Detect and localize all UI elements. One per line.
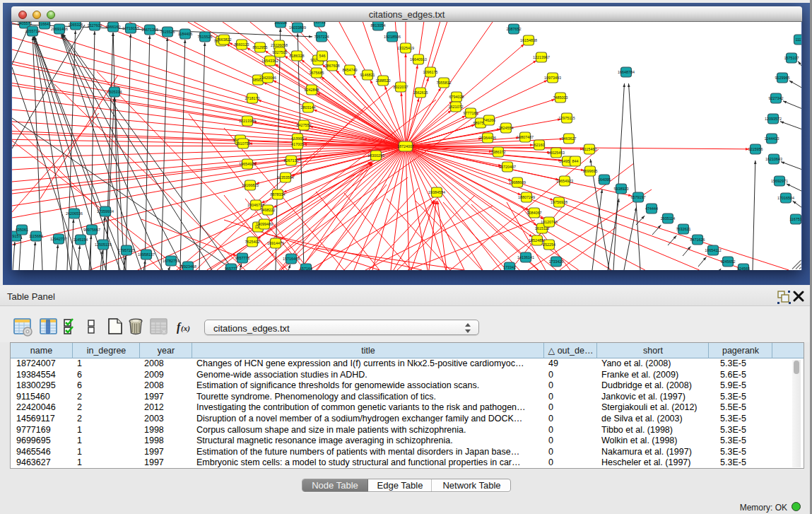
svg-text:116753: 116753 [789,217,801,221]
svg-text:9129965: 9129965 [775,76,790,80]
svg-text:7625402: 7625402 [245,240,260,244]
svg-text:(x): (x) [181,324,190,333]
svg-text:2803144: 2803144 [301,105,316,110]
svg-text:12975115: 12975115 [558,116,575,120]
svg-text:3215956: 3215956 [748,147,763,151]
svg-text:9115460: 9115460 [582,147,597,151]
svg-text:12505135: 12505135 [95,243,112,247]
svg-text:18300295: 18300295 [367,153,384,158]
svg-text:1244413: 1244413 [765,136,779,141]
svg-text:1588520: 1588520 [376,78,391,83]
svg-text:15716465: 15716465 [283,257,300,261]
svg-text:1117: 1117 [795,37,801,42]
svg-text:252254: 252254 [543,243,555,247]
svg-text:14136141: 14136141 [517,255,534,259]
svg-text:12213967: 12213967 [533,55,550,59]
svg-text:6966160: 6966160 [106,25,121,29]
svg-text:8878334: 8878334 [271,192,286,197]
svg-text:1733426: 1733426 [549,259,564,264]
svg-text:9657771: 9657771 [235,256,250,260]
svg-text:173342: 173342 [503,265,516,269]
svg-text:10120746: 10120746 [541,220,558,224]
svg-text:965777: 965777 [225,267,237,270]
svg-text:19218506: 19218506 [384,35,401,39]
svg-text:9227342: 9227342 [769,96,784,100]
svg-text:12213389: 12213389 [239,119,256,123]
svg-text:23420046: 23420046 [259,76,276,80]
svg-text:7485003: 7485003 [553,95,568,100]
svg-text:16543362: 16543362 [261,59,278,63]
svg-text:3824554: 3824554 [499,126,514,130]
svg-text:7632621: 7632621 [676,227,691,231]
svg-text:1115684: 1115684 [29,234,43,238]
svg-text:5938923: 5938923 [614,187,629,191]
svg-text:8427552: 8427552 [297,123,312,127]
svg-text:1096175: 1096175 [423,70,438,74]
svg-text:844: 844 [572,159,579,163]
svg-text:1575107: 1575107 [784,56,799,60]
svg-text:26206536: 26206536 [66,211,83,216]
svg-text:8471626: 8471626 [690,238,705,242]
svg-text:10046738: 10046738 [247,203,264,207]
svg-text:316641: 316641 [38,22,51,26]
svg-text:1498222: 1498222 [261,208,276,212]
svg-text:746266: 746266 [483,118,495,122]
svg-text:1621072: 1621072 [449,105,464,109]
svg-text:164095: 164095 [598,177,611,182]
svg-text:160338: 160338 [274,22,287,25]
svg-text:10654112: 10654112 [705,248,722,252]
svg-text:8912955: 8912955 [253,45,268,49]
svg-text:15692971: 15692971 [771,179,788,183]
svg-text:10973493: 10973493 [544,76,561,80]
svg-text:18724007: 18724007 [397,144,414,148]
svg-text:735722: 735722 [313,22,326,24]
svg-text:1562615: 1562615 [413,90,428,95]
svg-text:924565: 924565 [737,267,750,270]
svg-text:7386372: 7386372 [491,150,506,154]
svg-text:90975667: 90975667 [83,228,100,232]
svg-text:1184406: 1184406 [178,32,193,36]
svg-text:2935114: 2935114 [661,216,676,221]
svg-text:8660123: 8660123 [235,42,249,47]
svg-text:9327503: 9327503 [273,50,288,54]
svg-text:12942737: 12942737 [50,237,67,241]
svg-text:1065326: 1065326 [69,23,83,27]
svg-text:8813054: 8813054 [371,23,386,28]
svg-text:19654923: 19654923 [556,179,573,183]
svg-text:6794028: 6794028 [449,95,464,99]
svg-text:474444: 474444 [645,206,658,211]
svg-text:9084067: 9084067 [527,211,542,215]
svg-text:1145154: 1145154 [73,238,88,242]
svg-text:9242848: 9242848 [305,88,319,92]
svg-text:16154838: 16154838 [520,38,537,42]
svg-text:16782759: 16782759 [163,259,180,263]
svg-text:6579197: 6579197 [631,195,646,199]
svg-text:157164: 157164 [300,267,312,270]
svg-text:18807249: 18807249 [518,195,535,199]
svg-text:19756928: 19756928 [551,200,567,204]
svg-text:8186328: 8186328 [290,54,305,58]
svg-text:9463627: 9463627 [562,136,577,141]
svg-text:16033809: 16033809 [289,25,306,30]
svg-text:17016504: 17016504 [777,196,794,200]
svg-text:7515526: 7515526 [160,30,175,34]
svg-text:13325419: 13325419 [397,46,414,50]
svg-text:10807487: 10807487 [517,135,534,139]
svg-text:12923468: 12923468 [180,264,196,269]
svg-text:10025453: 10025453 [548,151,565,155]
svg-text:546: 546 [319,54,326,58]
svg-text:20364436: 20364436 [479,136,496,140]
svg-text:16640910: 16640910 [410,57,427,62]
svg-text:2718170: 2718170 [245,96,260,100]
svg-text:1527602: 1527602 [88,23,102,28]
svg-text:12093572: 12093572 [765,117,782,121]
svg-text:8322037: 8322037 [394,85,408,89]
svg-text:8267130: 8267130 [284,158,299,163]
svg-text:15720407: 15720407 [499,165,516,169]
svg-text:16914479: 16914479 [267,241,284,245]
svg-text:8454749: 8454749 [343,68,358,72]
svg-text:2087652: 2087652 [507,27,522,31]
svg-text:16648784: 16648784 [618,70,635,74]
svg-text:7515526: 7515526 [198,35,213,39]
svg-text:9777169: 9777169 [464,111,478,115]
